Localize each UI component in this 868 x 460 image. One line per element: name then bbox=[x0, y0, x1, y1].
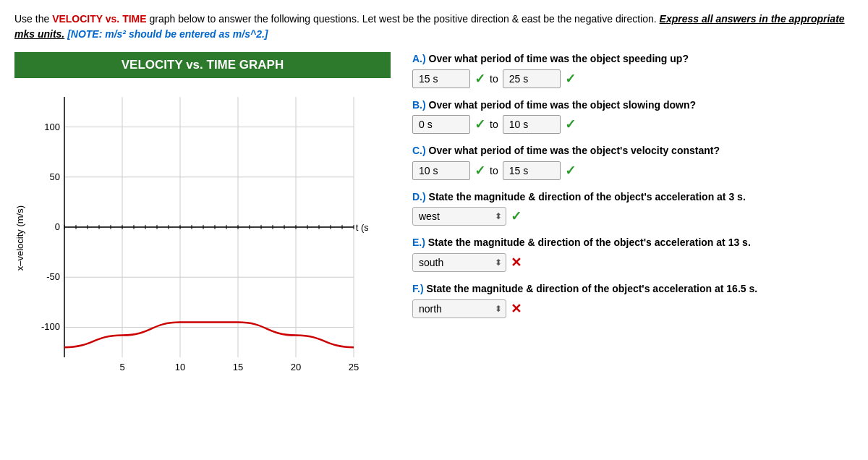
check-icon-A-1: ✓ bbox=[475, 71, 485, 87]
question-block-E: E.) State the magnitude & direction of t… bbox=[412, 236, 854, 272]
check-icon-C-1: ✓ bbox=[475, 163, 485, 179]
question-block-D: D.) State the magnitude & direction of t… bbox=[412, 190, 854, 226]
question-letter-A: A.) bbox=[412, 53, 426, 64]
time-label: TIME bbox=[122, 13, 146, 25]
question-label-F: F.) State the magnitude & direction of t… bbox=[412, 282, 854, 297]
graph-canvas bbox=[28, 82, 368, 393]
answer-box-A-2[interactable]: 25 s bbox=[503, 69, 561, 88]
question-block-F: F.) State the magnitude & direction of t… bbox=[412, 282, 854, 318]
graph-title: VELOCITY vs. TIME GRAPH bbox=[122, 58, 284, 72]
graph-section: VELOCITY vs. TIME GRAPH x–velocity (m/s) bbox=[14, 52, 391, 393]
answer-box-C-2[interactable]: 15 s bbox=[503, 161, 561, 180]
result-mark-F: ✕ bbox=[511, 301, 522, 317]
answer-box-A-1[interactable]: 15 s bbox=[412, 69, 470, 88]
question-block-A: A.) Over what period of time was the obj… bbox=[412, 52, 854, 88]
question-block-C: C.) Over what period of time was the obj… bbox=[412, 144, 854, 180]
question-letter-E: E.) bbox=[412, 237, 425, 248]
answer-box-B-2[interactable]: 10 s bbox=[503, 115, 561, 134]
select-wrapper-F: eastwestnorthsouthzero bbox=[412, 299, 506, 318]
answer-row-D: eastwestnorthsouthzero✓ bbox=[412, 207, 854, 226]
answer-row-F: eastwestnorthsouthzero✕ bbox=[412, 299, 854, 318]
question-label-E: E.) State the magnitude & direction of t… bbox=[412, 236, 854, 250]
result-mark-D: ✓ bbox=[511, 208, 522, 224]
select-F[interactable]: eastwestnorthsouthzero bbox=[412, 299, 506, 318]
question-letter-C: C.) bbox=[412, 145, 426, 156]
question-label-D: D.) State the magnitude & direction of t… bbox=[412, 190, 854, 205]
check-icon-C-2: ✓ bbox=[565, 163, 576, 179]
answer-row-A: 15 s✓to25 s✓ bbox=[412, 69, 854, 88]
question-label-C: C.) Over what period of time was the obj… bbox=[412, 144, 854, 158]
answer-row-E: eastwestnorthsouthzero✕ bbox=[412, 253, 854, 272]
answer-row-C: 10 s✓to15 s✓ bbox=[412, 161, 854, 180]
question-letter-D: D.) bbox=[412, 191, 426, 203]
main-content: VELOCITY vs. TIME GRAPH x–velocity (m/s)… bbox=[14, 52, 854, 393]
instructions-post: graph below to answer the following ques… bbox=[147, 13, 660, 25]
graph-area bbox=[28, 82, 368, 393]
question-label-B: B.) Over what period of time was the obj… bbox=[412, 98, 854, 113]
check-icon-B-1: ✓ bbox=[475, 116, 485, 132]
graph-wrapper: x–velocity (m/s) bbox=[14, 82, 391, 393]
select-D[interactable]: eastwestnorthsouthzero bbox=[412, 207, 506, 226]
question-letter-B: B.) bbox=[412, 99, 426, 111]
to-text-A: to bbox=[490, 73, 498, 85]
instructions-pre: Use the bbox=[14, 13, 52, 25]
select-wrapper-D: eastwestnorthsouthzero bbox=[412, 207, 506, 226]
question-label-A: A.) Over what period of time was the obj… bbox=[412, 52, 854, 67]
vs-label: vs. bbox=[103, 13, 122, 25]
answer-row-B: 0 s✓to10 s✓ bbox=[412, 115, 854, 134]
check-icon-A-2: ✓ bbox=[565, 71, 576, 87]
result-mark-E: ✕ bbox=[511, 255, 522, 271]
instructions: Use the VELOCITY vs. TIME graph below to… bbox=[14, 12, 854, 42]
velocity-label: VELOCITY bbox=[52, 13, 103, 25]
answer-box-B-1[interactable]: 0 s bbox=[412, 115, 470, 134]
answer-box-C-1[interactable]: 10 s bbox=[412, 161, 470, 180]
check-icon-B-2: ✓ bbox=[565, 116, 576, 132]
y-axis-label: x–velocity (m/s) bbox=[14, 205, 25, 271]
select-wrapper-E: eastwestnorthsouthzero bbox=[412, 253, 506, 272]
graph-title-bar: VELOCITY vs. TIME GRAPH bbox=[14, 52, 391, 78]
question-block-B: B.) Over what period of time was the obj… bbox=[412, 98, 854, 135]
question-letter-F: F.) bbox=[412, 283, 424, 294]
questions-section: A.) Over what period of time was the obj… bbox=[412, 52, 854, 328]
select-E[interactable]: eastwestnorthsouthzero bbox=[412, 253, 506, 272]
to-text-C: to bbox=[490, 165, 498, 176]
to-text-B: to bbox=[490, 119, 498, 130]
note-label: [NOTE: m/s² should be entered as m/s^2.] bbox=[64, 28, 268, 40]
